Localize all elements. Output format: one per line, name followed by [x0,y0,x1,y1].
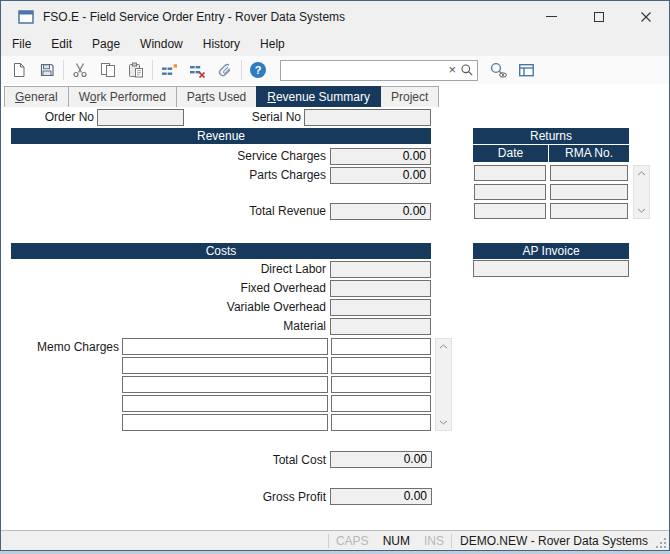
memo-charges-scrollbar[interactable] [435,338,452,431]
parts-charges-field[interactable]: 0.00 [330,167,431,184]
cut-button[interactable] [66,58,94,82]
save-button[interactable] [33,58,61,82]
direct-labor-field[interactable] [330,261,431,278]
copy-icon [100,62,116,78]
menu-help[interactable]: Help [250,32,295,56]
lookup-preview-button[interactable] [484,58,512,82]
delete-record-icon [189,62,206,78]
returns-rma-column-header: RMA No. [549,145,629,162]
toolbar-separator [241,60,242,80]
paste-button[interactable] [122,58,150,82]
memo-charge-amount-field[interactable] [331,395,431,412]
maximize-button[interactable] [575,1,622,32]
menu-window[interactable]: Window [130,32,193,56]
tab-work-performed[interactable]: Work Performed [68,86,177,107]
toolbar-separator [152,60,153,80]
menu-page[interactable]: Page [82,32,130,56]
tab-strip: General Work Performed Parts Used Revenu… [1,84,669,107]
attachment-button[interactable] [211,58,239,82]
copy-button[interactable] [94,58,122,82]
status-message: DEMO.NEW - Rover Data Systems [452,534,654,548]
menu-history[interactable]: History [193,32,250,56]
tab-revenue-summary[interactable]: Revenue Summary [256,86,381,107]
insert-record-button[interactable] [155,58,183,82]
status-bar: CAPS NUM INS DEMO.NEW - Rover Data Syste… [1,530,669,550]
window-controls [528,1,669,32]
title-bar: FSO.E - Field Service Order Entry - Rove… [1,1,669,32]
returns-date-field[interactable] [474,184,546,200]
gross-profit-field[interactable]: 0.00 [330,488,432,505]
tab-parts-used[interactable]: Parts Used [176,86,257,107]
resize-grip[interactable] [654,536,668,550]
scroll-up-icon[interactable] [436,339,451,354]
returns-scrollbar[interactable] [633,165,650,219]
memo-charge-description-field[interactable] [122,414,328,431]
paste-icon [128,62,144,78]
window-layout-button[interactable] [512,58,540,82]
menu-file[interactable]: File [2,32,41,56]
minimize-button[interactable] [528,1,575,32]
memo-charge-description-field[interactable] [122,395,328,412]
material-field[interactable] [330,318,431,335]
app-icon [18,9,34,25]
search-icon[interactable] [460,63,474,77]
memo-charge-amount-field[interactable] [331,376,431,393]
lookup-preview-icon [489,62,508,79]
fixed-overhead-label: Fixed Overhead [121,280,326,297]
clear-search-icon[interactable]: × [448,62,456,78]
variable-overhead-label: Variable Overhead [121,299,326,316]
scroll-down-icon[interactable] [634,203,649,218]
memo-charges-label: Memo Charges [29,339,119,356]
scroll-down-icon[interactable] [436,415,451,430]
revenue-section-header: Revenue [11,128,431,144]
order-no-field[interactable] [97,109,184,126]
app-window: FSO.E - Field Service Order Entry - Rove… [0,0,670,551]
variable-overhead-field[interactable] [330,299,431,316]
returns-section-header: Returns [473,128,629,144]
tab-general[interactable]: General [4,86,69,107]
total-revenue-label: Total Revenue [121,203,326,220]
memo-charge-amount-field[interactable] [331,357,431,374]
minimize-icon [546,16,557,17]
search-box: × [280,60,478,81]
tab-project[interactable]: Project [380,86,439,107]
menu-edit[interactable]: Edit [41,32,82,56]
help-button[interactable]: ? [244,58,272,82]
window-layout-icon [518,62,535,78]
toolbar: ? × [1,56,669,84]
costs-section-header: Costs [11,243,431,259]
memo-charge-description-field[interactable] [122,376,328,393]
returns-date-field[interactable] [474,203,546,219]
direct-labor-label: Direct Labor [121,261,326,278]
fixed-overhead-field[interactable] [330,280,431,297]
returns-rma-field[interactable] [550,184,628,200]
memo-charge-amount-field[interactable] [331,338,431,355]
service-charges-label: Service Charges [121,148,326,165]
caps-lock-indicator: CAPS [329,534,376,548]
returns-rma-field[interactable] [550,165,628,181]
returns-rma-field[interactable] [550,203,628,219]
serial-no-label: Serial No [196,109,301,126]
toolbar-separator [63,60,64,80]
cut-icon [72,62,88,78]
insert-mode-indicator: INS [417,534,451,548]
gross-profit-label: Gross Profit [221,489,326,506]
service-charges-field[interactable]: 0.00 [330,148,431,165]
new-document-button[interactable] [5,58,33,82]
maximize-icon [594,12,604,22]
close-icon [640,11,652,23]
menu-bar: File Edit Page Window History Help [1,32,669,56]
close-button[interactable] [622,1,669,32]
attachment-icon [217,62,233,78]
total-cost-field[interactable]: 0.00 [330,451,432,468]
memo-charge-description-field[interactable] [122,357,328,374]
delete-record-button[interactable] [183,58,211,82]
window-title: FSO.E - Field Service Order Entry - Rove… [43,10,345,24]
scroll-up-icon[interactable] [634,166,649,181]
memo-charge-description-field[interactable] [122,338,328,355]
ap-invoice-field[interactable] [473,260,629,277]
memo-charge-amount-field[interactable] [331,414,431,431]
total-revenue-field[interactable]: 0.00 [330,203,431,220]
returns-date-field[interactable] [474,165,546,181]
serial-no-field[interactable] [304,109,431,126]
